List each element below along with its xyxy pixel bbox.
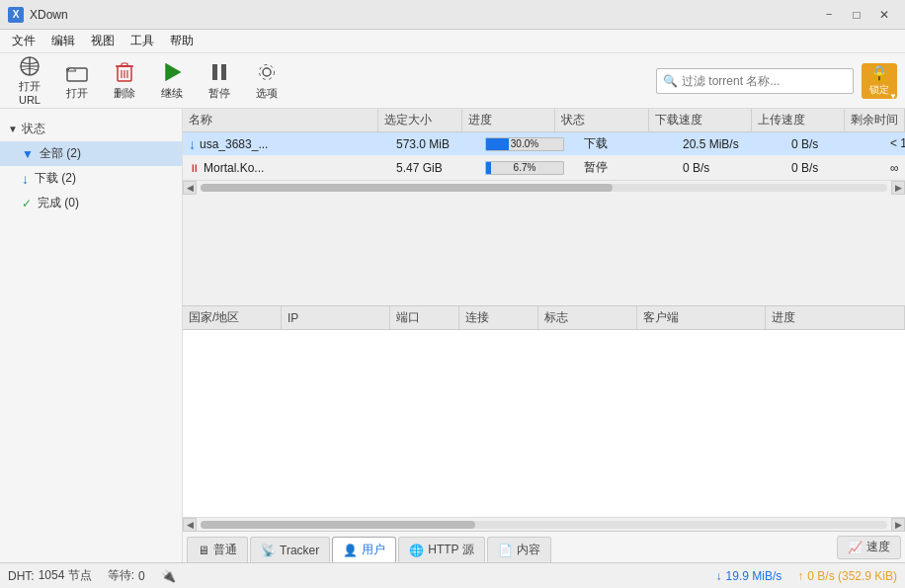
- bottom-scroll-left[interactable]: ◀: [183, 518, 197, 532]
- td-name-1: ↓ usa_3683_...: [183, 132, 390, 155]
- options-icon: [255, 60, 279, 84]
- content-area: 名称 选定大小 进度 状态 下载速度 上传速度 剩余时间 ↓ usa_3683_…: [183, 109, 905, 562]
- menu-edit[interactable]: 编辑: [43, 31, 83, 51]
- th-dl-speed: 下载速度: [649, 109, 752, 131]
- lock-dropdown-icon: ▼: [889, 92, 897, 101]
- scroll-left-arrow[interactable]: ◀: [183, 181, 197, 195]
- dl-speed-value: 19.9 MiB/s: [726, 569, 782, 583]
- resume-label: 继续: [161, 86, 183, 101]
- speed-chart-icon: 📈: [848, 541, 863, 554]
- search-input[interactable]: [682, 74, 840, 88]
- nat-icon: 🔌: [161, 569, 176, 583]
- normal-tab-icon: 🖥: [198, 544, 209, 557]
- tab-users[interactable]: 👤 用户: [332, 537, 396, 562]
- sidebar-item-downloading[interactable]: ↓ 下载 (2): [0, 166, 182, 191]
- tab-content-label: 内容: [517, 542, 540, 558]
- menubar: 文件 编辑 视图 工具 帮助: [0, 30, 905, 53]
- sidebar-item-all[interactable]: ▼ 全部 (2): [0, 141, 182, 166]
- wait-status: 等待: 0: [108, 567, 145, 584]
- menu-help[interactable]: 帮助: [162, 31, 202, 51]
- tab-normal[interactable]: 🖥 普通: [187, 537, 248, 562]
- pause-icon: [207, 60, 231, 84]
- table-row[interactable]: ↓ usa_3683_... 573.0 MiB 30.0% 下载 20.5 M…: [183, 132, 905, 156]
- peers-content: [183, 330, 905, 517]
- wait-label: 等待:: [108, 567, 134, 584]
- main-area: ▼ 状态 ▼ 全部 (2) ↓ 下载 (2) ✓ 完成 (0) 名称 选定大小 …: [0, 109, 905, 562]
- tab-content[interactable]: 📄 内容: [487, 537, 551, 562]
- svg-point-15: [260, 65, 275, 80]
- bth-flag: 标志: [538, 306, 637, 329]
- table-row[interactable]: ⏸ Mortal.Ko... 5.47 GiB 6.7% 暂停 0 B/s 0 …: [183, 156, 905, 180]
- resume-button[interactable]: 继续: [150, 58, 194, 104]
- bottom-scroll-right[interactable]: ▶: [891, 518, 905, 532]
- titlebar-buttons: － □ ✕: [816, 5, 897, 25]
- pause-button[interactable]: 暂停: [198, 58, 241, 104]
- content-tab-icon: 📄: [498, 544, 513, 557]
- chevron-down-icon: ▼: [8, 124, 18, 134]
- http-tab-icon: 🌐: [409, 544, 424, 557]
- title-text: XDown: [30, 8, 816, 22]
- td-name-2: ⏸ Mortal.Ko...: [183, 156, 390, 179]
- progress-text-1: 30.0%: [486, 138, 563, 150]
- open-url-icon: [18, 55, 41, 77]
- users-tab-icon: 👤: [343, 544, 358, 557]
- bottom-hscrollbar[interactable]: ◀ ▶: [183, 517, 905, 531]
- close-button[interactable]: ✕: [871, 5, 897, 25]
- bth-ip: IP: [282, 306, 390, 329]
- app-icon: X: [8, 7, 24, 23]
- check-icon: ✓: [22, 197, 32, 210]
- options-button[interactable]: 选项: [245, 58, 288, 104]
- tab-users-label: 用户: [362, 542, 385, 558]
- bottom-scroll-thumb[interactable]: [201, 521, 475, 529]
- sidebar-item-completed[interactable]: ✓ 完成 (0): [0, 191, 182, 215]
- table-header: 名称 选定大小 进度 状态 下载速度 上传速度 剩余时间: [183, 109, 905, 132]
- scroll-track: [201, 184, 887, 192]
- maximize-button[interactable]: □: [844, 5, 869, 25]
- svg-point-14: [263, 68, 271, 76]
- lock-label: 锁定: [869, 83, 889, 97]
- speed-button[interactable]: 📈 速度: [837, 536, 901, 559]
- toolbar: 打开 URL 打开 删除 继续 暂停 选项 🔍 🔒 锁定: [0, 53, 905, 109]
- tab-http[interactable]: 🌐 HTTP 源: [398, 537, 484, 562]
- tab-tracker[interactable]: 📡 Tracker: [250, 537, 330, 562]
- sidebar-item-all-label: 全部 (2): [40, 145, 81, 162]
- tab-tracker-label: Tracker: [280, 544, 319, 557]
- top-hscrollbar[interactable]: ◀ ▶: [183, 180, 905, 194]
- td-remain-1: < 1 分钟: [884, 132, 905, 155]
- td-dl-speed-1: 20.5 MiB/s: [677, 132, 785, 155]
- th-ul-speed: 上传速度: [752, 109, 846, 131]
- scroll-right-arrow[interactable]: ▶: [891, 181, 905, 195]
- tab-http-label: HTTP 源: [428, 542, 473, 558]
- sidebar-item-dl-label: 下载 (2): [35, 170, 76, 187]
- delete-button[interactable]: 删除: [103, 58, 146, 104]
- pause-rows-icon: ⏸: [189, 162, 200, 174]
- tab-bar: 🖥 普通 📡 Tracker 👤 用户 🌐 HTTP 源 📄 内容 📈: [183, 531, 905, 562]
- bth-country: 国家/地区: [183, 306, 282, 329]
- menu-tools[interactable]: 工具: [123, 31, 162, 51]
- bth-client: 客户端: [637, 306, 766, 329]
- dl-arrow-icon: ↓: [189, 136, 196, 152]
- menu-file[interactable]: 文件: [4, 31, 43, 51]
- th-status: 状态: [555, 109, 649, 131]
- progress-text-2: 6.7%: [486, 162, 563, 174]
- open-button[interactable]: 打开: [55, 58, 99, 104]
- lock-icon: 🔒: [869, 64, 889, 83]
- open-icon: [65, 60, 89, 84]
- sidebar-section-status[interactable]: ▼ 状态: [0, 117, 182, 141]
- lock-button[interactable]: 🔒 锁定 ▼: [862, 63, 897, 99]
- sidebar-section-label: 状态: [22, 121, 45, 137]
- pause-label: 暂停: [208, 86, 230, 101]
- th-remain: 剩余时间: [845, 109, 905, 131]
- delete-icon: [113, 60, 136, 84]
- menu-view[interactable]: 视图: [83, 31, 123, 51]
- options-label: 选项: [256, 86, 278, 101]
- tracker-tab-icon: 📡: [261, 544, 276, 557]
- svg-rect-7: [122, 63, 127, 66]
- td-progress-2: 6.7%: [479, 156, 578, 179]
- minimize-button[interactable]: －: [816, 5, 842, 25]
- svg-marker-11: [166, 64, 180, 80]
- torrent-table: 名称 选定大小 进度 状态 下载速度 上传速度 剩余时间 ↓ usa_3683_…: [183, 109, 905, 306]
- open-url-button[interactable]: 打开 URL: [8, 58, 51, 104]
- scroll-thumb[interactable]: [201, 184, 613, 192]
- dl-speed-status: ↓ 19.9 MiB/s: [716, 569, 782, 583]
